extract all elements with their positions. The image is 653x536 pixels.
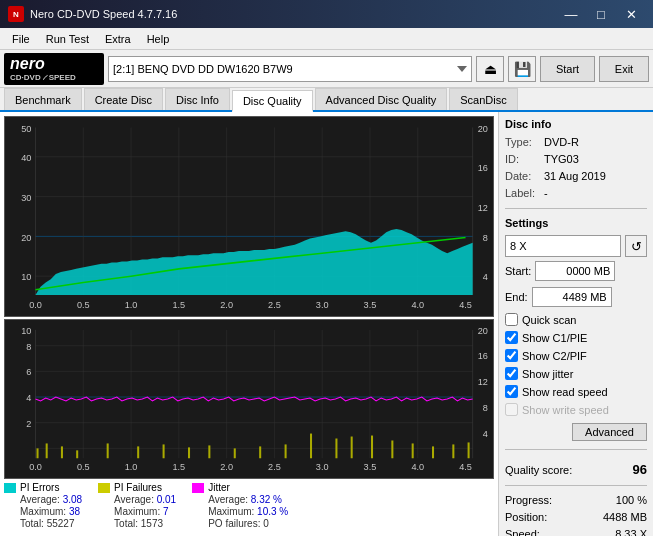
svg-rect-79 [208,445,210,458]
legend-jitter: Jitter Average: 8.32 % Maximum: 10.3 % P… [192,482,288,529]
menu-help[interactable]: Help [139,31,178,47]
drive-select[interactable]: [2:1] BENQ DVD DD DW1620 B7W9 [108,56,472,82]
eject-button[interactable]: ⏏ [476,56,504,82]
legend-pi-failures: PI Failures Average: 0.01 Maximum: 7 Tot… [98,482,176,529]
svg-rect-74 [76,450,78,458]
quality-score-value: 96 [633,462,647,477]
svg-text:1.5: 1.5 [173,300,186,310]
chart-top-svg: 50 40 30 20 10 20 16 12 8 4 0.0 0.5 1.0 … [5,117,493,316]
c1-pie-row: Show C1/PIE [505,331,647,344]
svg-text:6: 6 [26,367,31,377]
jitter-row: Show jitter [505,367,647,380]
disc-type-row: Type: DVD-R [505,136,647,148]
svg-rect-84 [335,439,337,459]
menu-file[interactable]: File [4,31,38,47]
svg-text:20: 20 [478,326,488,336]
divider-3 [505,485,647,486]
svg-text:8: 8 [483,232,488,242]
pi-failures-avg: Average: 0.01 [98,494,176,505]
divider-1 [505,208,647,209]
jitter-checkbox-label: Show jitter [522,368,573,380]
read-speed-checkbox[interactable] [505,385,518,398]
divider-2 [505,449,647,450]
disc-type-value: DVD-R [544,136,579,148]
progress-label: Progress: [505,494,552,506]
jitter-max: Maximum: 10.3 % [192,506,288,517]
tab-disc-quality[interactable]: Disc Quality [232,90,313,112]
c2-pif-row: Show C2/PIF [505,349,647,362]
right-panel: Disc info Type: DVD-R ID: TYG03 Date: 31… [498,112,653,536]
tab-benchmark[interactable]: Benchmark [4,88,82,110]
svg-text:10: 10 [21,272,31,282]
quick-scan-checkbox[interactable] [505,313,518,326]
po-failures: PO failures: 0 [192,518,288,529]
c1-pie-checkbox[interactable] [505,331,518,344]
pi-failures-label: PI Failures [114,482,162,493]
end-label: End: [505,291,528,303]
disc-info-title: Disc info [505,118,647,130]
svg-rect-90 [452,444,454,458]
settings-title: Settings [505,217,647,229]
nero-logo: nero CD·DVD⟋SPEED [4,53,104,85]
svg-rect-77 [163,444,165,458]
svg-text:0.5: 0.5 [77,462,90,472]
menu-run-test[interactable]: Run Test [38,31,97,47]
c2-pif-checkbox[interactable] [505,349,518,362]
tab-create-disc[interactable]: Create Disc [84,88,163,110]
progress-row: Progress: 100 % [505,494,647,506]
svg-text:12: 12 [478,203,488,213]
position-value: 4488 MB [603,511,647,523]
svg-text:2.0: 2.0 [220,300,233,310]
disc-label-value: - [544,187,548,199]
svg-text:16: 16 [478,352,488,362]
start-mb-input[interactable] [535,261,615,281]
toolbar: nero CD·DVD⟋SPEED [2:1] BENQ DVD DD DW16… [0,50,653,88]
disc-date-value: 31 Aug 2019 [544,170,606,182]
advanced-button[interactable]: Advanced [572,423,647,441]
svg-text:4.5: 4.5 [459,300,472,310]
svg-text:12: 12 [478,377,488,387]
svg-rect-78 [188,447,190,458]
svg-text:1.0: 1.0 [125,300,138,310]
speed-select[interactable]: 8 X [505,235,621,257]
tab-advanced-disc-quality[interactable]: Advanced Disc Quality [315,88,448,110]
exit-button[interactable]: Exit [599,56,649,82]
chart-bottom-svg: 10 8 6 4 2 20 16 12 8 4 0.0 0.5 1.0 1.5 [5,320,493,478]
svg-text:4: 4 [26,393,31,403]
end-mb-row: End: [505,287,647,307]
svg-rect-80 [234,448,236,458]
legend: PI Errors Average: 3.08 Maximum: 38 Tota… [4,479,494,532]
jitter-checkbox[interactable] [505,367,518,380]
svg-rect-83 [310,434,312,459]
disc-id-row: ID: TYG03 [505,153,647,165]
tab-bar: Benchmark Create Disc Disc Info Disc Qua… [0,88,653,112]
svg-text:0.0: 0.0 [29,300,42,310]
speed-value: 8.33 X [615,528,647,536]
minimize-button[interactable]: — [557,4,585,24]
svg-text:3.0: 3.0 [316,462,329,472]
chart-bottom: 10 8 6 4 2 20 16 12 8 4 0.0 0.5 1.0 1.5 [4,319,494,479]
close-button[interactable]: ✕ [617,4,645,24]
disc-type-label: Type: [505,136,540,148]
save-button[interactable]: 💾 [508,56,536,82]
logo-subtitle: CD·DVD⟋SPEED [10,73,76,82]
end-mb-input[interactable] [532,287,612,307]
tab-scan-disc[interactable]: ScanDisc [449,88,517,110]
svg-rect-89 [432,446,434,458]
start-button[interactable]: Start [540,56,595,82]
svg-rect-72 [46,443,48,458]
maximize-button[interactable]: □ [587,4,615,24]
write-speed-checkbox[interactable] [505,403,518,416]
c1-pie-label: Show C1/PIE [522,332,587,344]
refresh-button[interactable]: ↺ [625,235,647,257]
write-speed-label: Show write speed [522,404,609,416]
write-speed-row: Show write speed [505,403,647,416]
tab-disc-info[interactable]: Disc Info [165,88,230,110]
svg-text:20: 20 [21,232,31,242]
menu-extra[interactable]: Extra [97,31,139,47]
svg-text:3.0: 3.0 [316,300,329,310]
disc-date-label: Date: [505,170,540,182]
disc-id-value: TYG03 [544,153,579,165]
pi-errors-label: PI Errors [20,482,59,493]
jitter-label: Jitter [208,482,230,493]
